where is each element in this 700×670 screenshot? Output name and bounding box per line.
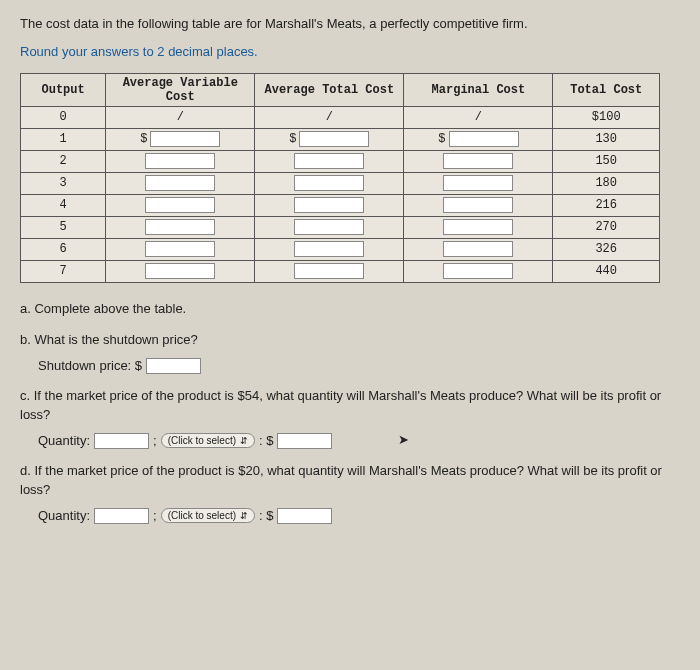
avc-cell	[106, 172, 255, 194]
chevron-updown-icon: ⇵	[240, 436, 248, 446]
chevron-updown-icon: ⇵	[240, 511, 248, 521]
output-cell: 0	[21, 106, 106, 128]
avc-input-row-6[interactable]	[145, 241, 215, 257]
quantity-label-c: Quantity:	[38, 433, 90, 448]
mc-input-row-2[interactable]	[443, 153, 513, 169]
atc-cell	[255, 260, 404, 282]
atc-input-row-4[interactable]	[294, 197, 364, 213]
quantity-c-input[interactable]	[94, 433, 149, 449]
header-avc: Average Variable Cost	[106, 73, 255, 106]
mc-input-row-6[interactable]	[443, 241, 513, 257]
quantity-d-input[interactable]	[94, 508, 149, 524]
total-cost-cell: $100	[553, 106, 660, 128]
mc-input-row-1[interactable]	[449, 131, 519, 147]
shutdown-price-input[interactable]	[146, 358, 201, 374]
question-b: b. What is the shutdown price?	[20, 330, 680, 350]
atc-cell: /	[255, 106, 404, 128]
mc-cell: /	[404, 106, 553, 128]
profit-c-input[interactable]	[277, 433, 332, 449]
problem-intro: The cost data in the following table are…	[20, 14, 680, 34]
dollar-sign: $	[289, 132, 296, 146]
header-mc: Marginal Cost	[404, 73, 553, 106]
avc-input-row-4[interactable]	[145, 197, 215, 213]
total-cost-cell: 270	[553, 216, 660, 238]
output-cell: 3	[21, 172, 106, 194]
colon-dollar-d: : $	[259, 508, 273, 523]
output-cell: 7	[21, 260, 106, 282]
avc-cell	[106, 216, 255, 238]
dollar-sign: $	[140, 132, 147, 146]
profit-loss-select-c[interactable]: (Click to select) ⇵	[161, 433, 255, 448]
table-row: 7440	[21, 260, 660, 282]
table-row: 6326	[21, 238, 660, 260]
mc-cell	[404, 238, 553, 260]
avc-cell	[106, 260, 255, 282]
output-cell: 5	[21, 216, 106, 238]
semicolon-d: ;	[153, 508, 157, 523]
select-label-c: (Click to select)	[168, 435, 236, 446]
shutdown-price-label: Shutdown price: $	[38, 358, 142, 373]
atc-input-row-3[interactable]	[294, 175, 364, 191]
quantity-label-d: Quantity:	[38, 508, 90, 523]
question-d: d. If the market price of the product is…	[20, 461, 680, 500]
table-row: 0///$100	[21, 106, 660, 128]
question-c: c. If the market price of the product is…	[20, 386, 680, 425]
atc-input-row-7[interactable]	[294, 263, 364, 279]
output-cell: 1	[21, 128, 106, 150]
mc-cell	[404, 260, 553, 282]
atc-input-row-6[interactable]	[294, 241, 364, 257]
atc-cell	[255, 216, 404, 238]
avc-input-row-2[interactable]	[145, 153, 215, 169]
colon-dollar-c: : $	[259, 433, 273, 448]
total-cost-cell: 180	[553, 172, 660, 194]
atc-cell: $	[255, 128, 404, 150]
table-row: 5270	[21, 216, 660, 238]
semicolon-c: ;	[153, 433, 157, 448]
avc-cell	[106, 238, 255, 260]
avc-cell	[106, 150, 255, 172]
cost-table: Output Average Variable Cost Average Tot…	[20, 73, 660, 283]
avc-input-row-5[interactable]	[145, 219, 215, 235]
mc-input-row-7[interactable]	[443, 263, 513, 279]
avc-cell: /	[106, 106, 255, 128]
profit-d-input[interactable]	[277, 508, 332, 524]
total-cost-cell: 130	[553, 128, 660, 150]
rounding-instruction: Round your answers to 2 decimal places.	[20, 44, 680, 59]
total-cost-cell: 440	[553, 260, 660, 282]
avc-input-row-3[interactable]	[145, 175, 215, 191]
avc-input-row-7[interactable]	[145, 263, 215, 279]
output-cell: 2	[21, 150, 106, 172]
atc-input-row-2[interactable]	[294, 153, 364, 169]
atc-cell	[255, 194, 404, 216]
table-row: 1$$$130	[21, 128, 660, 150]
total-cost-cell: 326	[553, 238, 660, 260]
header-output: Output	[21, 73, 106, 106]
output-cell: 6	[21, 238, 106, 260]
atc-input-row-1[interactable]	[299, 131, 369, 147]
atc-input-row-5[interactable]	[294, 219, 364, 235]
select-label-d: (Click to select)	[168, 510, 236, 521]
mc-cell	[404, 194, 553, 216]
table-row: 2150	[21, 150, 660, 172]
atc-cell	[255, 172, 404, 194]
mc-input-row-5[interactable]	[443, 219, 513, 235]
header-atc: Average Total Cost	[255, 73, 404, 106]
mc-cell	[404, 150, 553, 172]
total-cost-cell: 150	[553, 150, 660, 172]
profit-loss-select-d[interactable]: (Click to select) ⇵	[161, 508, 255, 523]
dollar-sign: $	[438, 132, 445, 146]
total-cost-cell: 216	[553, 194, 660, 216]
avc-cell	[106, 194, 255, 216]
output-cell: 4	[21, 194, 106, 216]
mc-input-row-4[interactable]	[443, 197, 513, 213]
avc-cell: $	[106, 128, 255, 150]
header-tc: Total Cost	[553, 73, 660, 106]
question-a: a. Complete above the table.	[20, 299, 680, 319]
mc-cell	[404, 172, 553, 194]
mc-cell	[404, 216, 553, 238]
avc-input-row-1[interactable]	[150, 131, 220, 147]
mc-input-row-3[interactable]	[443, 175, 513, 191]
atc-cell	[255, 150, 404, 172]
table-row: 4216	[21, 194, 660, 216]
table-row: 3180	[21, 172, 660, 194]
